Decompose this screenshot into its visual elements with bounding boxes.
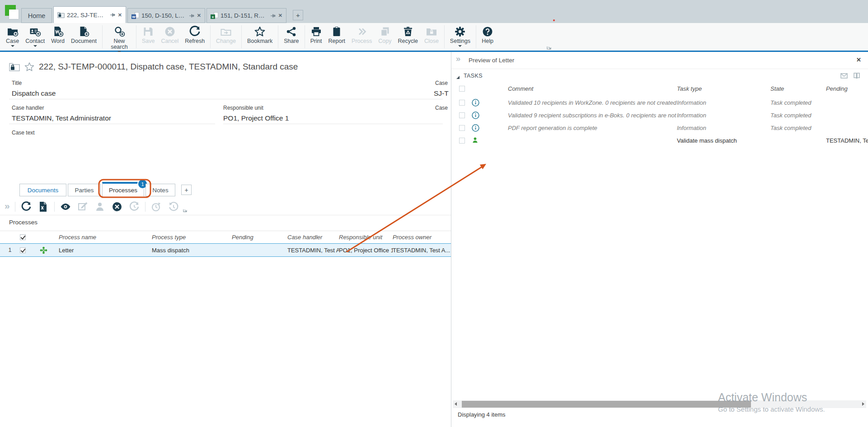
pin-icon[interactable]	[270, 13, 276, 19]
preview-panel-header: » Preview of Letter ✕	[451, 52, 868, 69]
select-all-checkbox[interactable]	[459, 86, 465, 92]
ribbon-contact-button[interactable]: Contact	[22, 23, 48, 51]
folder-lock-icon	[9, 62, 20, 71]
ribbon-label: Help	[482, 38, 493, 44]
ribbon-separator	[444, 25, 445, 48]
row-checkbox[interactable]	[459, 125, 465, 131]
ribbon-print-button[interactable]: Print	[307, 23, 325, 51]
close-icon[interactable]: ✕	[197, 13, 201, 19]
report-clipboard-icon	[331, 26, 343, 37]
close-icon[interactable]: ✕	[856, 56, 861, 63]
ribbon-case-button[interactable]: Case	[3, 23, 22, 51]
tab-case-222[interactable]: 222, SJ-TEMP-00... ✕	[53, 6, 126, 23]
col-process-owner[interactable]: Process owner	[393, 234, 451, 241]
col-state[interactable]: State	[770, 85, 826, 92]
tab-strip: Home 222, SJ-TEMP-00... ✕ W 150, D-150, …	[21, 6, 286, 23]
share-icon	[286, 26, 297, 37]
tab-home[interactable]: Home	[21, 8, 52, 23]
pin-icon[interactable]	[189, 13, 194, 19]
ribbon-label: Change	[216, 38, 236, 44]
ribbon-label: Cancel	[161, 38, 178, 44]
row-checkbox[interactable]	[20, 247, 26, 253]
cell-process-name: Letter	[59, 247, 152, 254]
favorite-star-icon[interactable]	[24, 62, 34, 72]
tab-label: 151, D-151, Recip...	[221, 12, 266, 19]
expand-panel-icon[interactable]: »	[5, 200, 9, 211]
ribbon-cancel-button: Cancel	[158, 23, 182, 51]
dialog-launcher-icon[interactable]	[183, 206, 187, 214]
tab-parties[interactable]: Parties	[68, 184, 101, 196]
contact-new-icon	[29, 26, 41, 37]
address-book-icon[interactable]	[853, 72, 861, 80]
scrollbar-thumb[interactable]	[462, 401, 751, 408]
cancel-process-icon[interactable]	[112, 201, 122, 212]
tab-label: 222, SJ-TEMP-00...	[67, 12, 106, 19]
tab-documents[interactable]: Documents	[19, 184, 66, 196]
ribbon-document-button[interactable]: Document	[68, 23, 100, 51]
ribbon-report-button[interactable]: Report	[325, 23, 349, 51]
task-row[interactable]: Validate mass dispatch TESTADMIN, Test A	[451, 134, 868, 147]
tab-doc-150[interactable]: W 150, D-150, Lette... ✕	[127, 8, 205, 23]
col-process-name[interactable]: Process name	[59, 234, 152, 241]
tab-notes[interactable]: Notes	[145, 184, 175, 196]
cell-comment: PDF report generation is complete	[508, 125, 677, 131]
task-row[interactable]: Validated 10 recipients in WorkZone. 0 r…	[451, 96, 868, 109]
tab-doc-151[interactable]: x 151, D-151, Recip... ✕	[206, 8, 286, 23]
horizontal-scrollbar[interactable]	[453, 400, 866, 408]
toolbar-separator	[15, 202, 15, 212]
col-comment[interactable]: Comment	[508, 85, 677, 92]
close-icon[interactable]: ✕	[278, 13, 282, 19]
col-process-type[interactable]: Process type	[152, 234, 232, 241]
close-icon[interactable]: ✕	[118, 12, 122, 18]
scroll-left-arrow[interactable]	[455, 402, 457, 406]
refresh-icon[interactable]	[21, 201, 32, 212]
ribbon-help-button[interactable]: Help	[479, 23, 497, 51]
ribbon-word-button[interactable]: Word	[48, 23, 68, 51]
title-field-value[interactable]: Dispatch case	[12, 89, 56, 97]
new-tab-button[interactable]: +	[293, 10, 303, 20]
collapse-panel-icon[interactable]: »	[456, 54, 460, 64]
case-header: 222, SJ-TEMP-000011, Dispatch case, TEST…	[9, 62, 298, 72]
ribbon-share-button[interactable]: Share	[281, 23, 302, 51]
ribbon-separator	[136, 25, 136, 48]
pin-icon[interactable]	[110, 12, 115, 18]
ribbon-settings-button[interactable]: Settings	[447, 23, 474, 51]
add-tab-button[interactable]: +	[181, 185, 192, 195]
row-checkbox[interactable]	[459, 100, 465, 106]
ribbon-bookmark-button[interactable]: Bookmark	[244, 23, 276, 51]
cell-state: Task completed	[770, 99, 826, 106]
mail-icon[interactable]	[840, 72, 848, 80]
ribbon-recycle-button[interactable]: Recycle	[394, 23, 421, 51]
case-handler-value[interactable]: TESTADMIN, Test Administrator	[12, 114, 111, 122]
word-new-icon	[52, 26, 64, 37]
col-case-handler[interactable]: Case handler	[287, 234, 339, 241]
ribbon-change-button: Change	[213, 23, 239, 51]
process-row-letter[interactable]: 1 Letter Mass dispatch TESTADMIN, Test A…	[0, 243, 451, 257]
responsible-unit-value[interactable]: PO1, Project Office 1	[223, 114, 289, 122]
export-excel-icon[interactable]	[38, 201, 49, 212]
collapse-triangle-icon[interactable]	[456, 76, 460, 79]
row-checkbox[interactable]	[459, 138, 465, 144]
tasks-section-bar[interactable]: TASKS	[451, 70, 868, 82]
col-task-type[interactable]: Task type	[677, 85, 770, 92]
tab-processes[interactable]: Processes 1	[102, 182, 144, 196]
ribbon-refresh-button[interactable]: Refresh	[182, 23, 208, 51]
task-row[interactable]: PDF report generation is complete Inform…	[451, 121, 868, 134]
col-pending[interactable]: Pending	[232, 234, 287, 241]
ribbon-save-button: Save	[139, 23, 158, 51]
task-row[interactable]: Validated 9 recipient subscriptions in e…	[451, 109, 868, 121]
chevron-down-icon	[33, 45, 37, 47]
row-checkbox[interactable]	[459, 112, 465, 118]
process-running-icon	[40, 246, 59, 254]
info-icon	[472, 124, 479, 132]
refresh-icon	[189, 26, 201, 37]
col-pending[interactable]: Pending	[826, 85, 868, 92]
preview-eye-icon[interactable]	[60, 201, 71, 212]
clipped-field-value-1[interactable]: SJ-T	[434, 89, 449, 97]
cancel-circle-icon	[164, 26, 176, 37]
select-all-checkbox[interactable]	[20, 234, 26, 240]
col-responsible-unit[interactable]: Responsible unit	[339, 234, 393, 241]
dialog-launcher-icon[interactable]	[547, 43, 551, 51]
ribbon-new-search-button[interactable]: New search	[105, 23, 134, 51]
scroll-right-arrow[interactable]	[862, 402, 864, 406]
